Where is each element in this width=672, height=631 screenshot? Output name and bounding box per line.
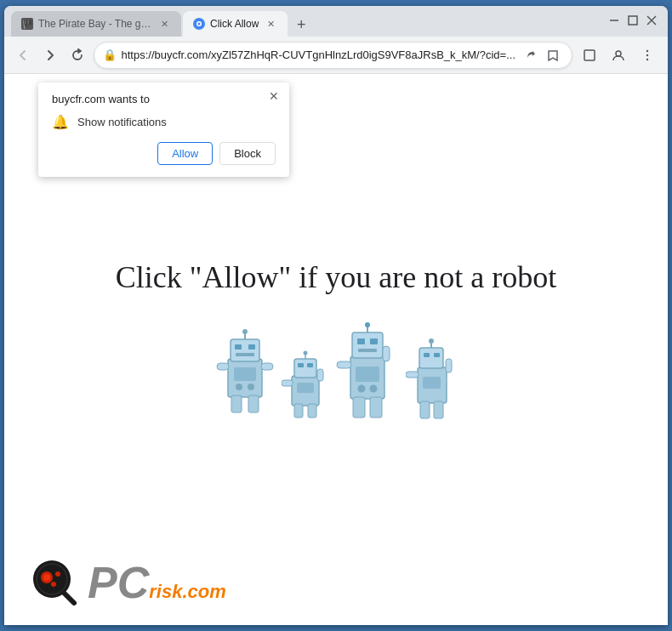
robots-illustration bbox=[215, 321, 457, 423]
svg-rect-42 bbox=[370, 338, 378, 344]
minimize-button[interactable] bbox=[607, 13, 622, 28]
window-controls bbox=[607, 13, 659, 28]
tab-favicon-clickallow bbox=[193, 18, 205, 30]
svg-rect-62 bbox=[420, 401, 430, 418]
svg-point-13 bbox=[646, 58, 648, 60]
svg-rect-6 bbox=[629, 16, 637, 25]
svg-rect-54 bbox=[419, 348, 443, 368]
tab-label-piratebay: The Pirate Bay - The galaxy's mo bbox=[38, 18, 152, 30]
svg-point-69 bbox=[55, 571, 60, 577]
address-bar[interactable]: 🔒 https://buycfr.com/xyZl57ZhHqR-CUVTgnH… bbox=[94, 42, 572, 69]
svg-rect-63 bbox=[434, 401, 443, 418]
svg-rect-34 bbox=[297, 383, 314, 393]
toolbar: 🔒 https://buycfr.com/xyZl57ZhHqR-CUVTgnH… bbox=[4, 37, 668, 74]
tab-close-piratebay[interactable]: ✕ bbox=[157, 17, 171, 31]
allow-button[interactable]: Allow bbox=[157, 142, 213, 165]
svg-rect-17 bbox=[248, 344, 255, 350]
svg-point-58 bbox=[429, 338, 434, 344]
svg-rect-15 bbox=[231, 339, 259, 361]
robot-2 bbox=[282, 350, 328, 423]
svg-rect-60 bbox=[406, 372, 419, 378]
pcrisk-text: PC risk.com bbox=[88, 560, 226, 605]
notification-popup: ✕ buycfr.com wants to 🔔 Show notificatio… bbox=[38, 82, 289, 177]
page-heading: Click "Allow" if you are not a robot bbox=[116, 259, 556, 295]
popup-permission: 🔔 Show notifications bbox=[52, 114, 276, 130]
maximize-button[interactable] bbox=[625, 13, 641, 28]
svg-point-47 bbox=[358, 385, 366, 393]
address-text: https://buycfr.com/xyZl57ZhHqR-CUVTgnHln… bbox=[122, 48, 515, 61]
svg-rect-51 bbox=[353, 397, 365, 418]
svg-point-23 bbox=[248, 384, 254, 390]
svg-rect-56 bbox=[434, 353, 440, 357]
svg-rect-43 bbox=[358, 349, 377, 352]
svg-point-48 bbox=[370, 385, 378, 393]
robot-3 bbox=[335, 321, 399, 423]
svg-point-33 bbox=[304, 351, 308, 355]
svg-rect-18 bbox=[236, 353, 254, 356]
new-tab-button[interactable]: + bbox=[289, 13, 313, 37]
svg-point-4 bbox=[198, 23, 201, 26]
share-icon[interactable] bbox=[521, 45, 541, 65]
svg-rect-40 bbox=[352, 333, 383, 358]
svg-text:🏴: 🏴 bbox=[22, 19, 33, 30]
tab-close-clickallow[interactable]: ✕ bbox=[264, 17, 277, 31]
robot-1 bbox=[215, 329, 275, 423]
tab-clickallow[interactable]: Click Allow ✕ bbox=[183, 11, 288, 37]
block-button[interactable]: Block bbox=[219, 142, 276, 165]
svg-rect-9 bbox=[584, 50, 595, 60]
svg-point-10 bbox=[616, 51, 621, 56]
svg-rect-41 bbox=[357, 338, 365, 344]
svg-rect-24 bbox=[231, 395, 242, 412]
svg-point-11 bbox=[646, 49, 648, 51]
title-bar: 🏴 The Pirate Bay - The galaxy's mo ✕ Cli… bbox=[4, 6, 668, 37]
browser-window: 🏴 The Pirate Bay - The galaxy's mo ✕ Cli… bbox=[4, 6, 668, 625]
back-button[interactable] bbox=[11, 42, 35, 69]
svg-rect-29 bbox=[294, 359, 316, 378]
svg-rect-30 bbox=[298, 363, 304, 367]
svg-point-45 bbox=[365, 322, 370, 327]
svg-rect-16 bbox=[235, 344, 242, 350]
close-button[interactable] bbox=[644, 13, 659, 28]
tab-switch-button[interactable] bbox=[576, 42, 603, 69]
svg-rect-26 bbox=[217, 363, 229, 370]
pcrisk-icon bbox=[30, 557, 81, 608]
svg-line-66 bbox=[64, 593, 74, 603]
svg-point-70 bbox=[51, 582, 56, 587]
address-actions bbox=[521, 45, 563, 65]
svg-rect-31 bbox=[307, 363, 313, 367]
svg-point-68 bbox=[43, 574, 50, 581]
svg-rect-21 bbox=[234, 367, 256, 381]
svg-point-22 bbox=[236, 384, 242, 390]
svg-rect-61 bbox=[446, 359, 452, 372]
svg-point-12 bbox=[646, 54, 648, 55]
svg-rect-49 bbox=[337, 361, 351, 368]
svg-rect-59 bbox=[423, 377, 441, 389]
popup-buttons: Allow Block bbox=[52, 142, 276, 165]
pcrisk-risk: risk.com bbox=[149, 583, 226, 601]
profile-button[interactable] bbox=[605, 42, 632, 69]
bookmark-icon[interactable] bbox=[543, 45, 563, 65]
svg-rect-36 bbox=[317, 369, 323, 381]
svg-rect-37 bbox=[294, 404, 303, 418]
pcrisk-pc: PC bbox=[88, 560, 149, 605]
forward-button[interactable] bbox=[38, 42, 62, 69]
tab-piratebay[interactable]: 🏴 The Pirate Bay - The galaxy's mo ✕ bbox=[11, 11, 181, 37]
page-content: ✕ buycfr.com wants to 🔔 Show notificatio… bbox=[4, 74, 668, 625]
permission-label: Show notifications bbox=[77, 116, 167, 128]
svg-rect-27 bbox=[261, 363, 273, 370]
tab-label-clickallow: Click Allow bbox=[210, 18, 259, 30]
menu-button[interactable] bbox=[634, 42, 661, 69]
robot-4 bbox=[406, 338, 457, 423]
svg-rect-50 bbox=[383, 346, 390, 361]
lock-icon: 🔒 bbox=[103, 48, 117, 61]
svg-rect-35 bbox=[282, 380, 293, 386]
popup-close-button[interactable]: ✕ bbox=[265, 88, 282, 105]
bell-icon: 🔔 bbox=[52, 114, 69, 130]
svg-rect-52 bbox=[370, 397, 382, 418]
svg-rect-55 bbox=[424, 353, 430, 357]
svg-rect-25 bbox=[248, 395, 259, 412]
toolbar-actions bbox=[576, 42, 661, 69]
svg-rect-38 bbox=[308, 404, 316, 418]
content-area: ✕ buycfr.com wants to 🔔 Show notificatio… bbox=[4, 74, 668, 625]
refresh-button[interactable] bbox=[65, 42, 89, 69]
